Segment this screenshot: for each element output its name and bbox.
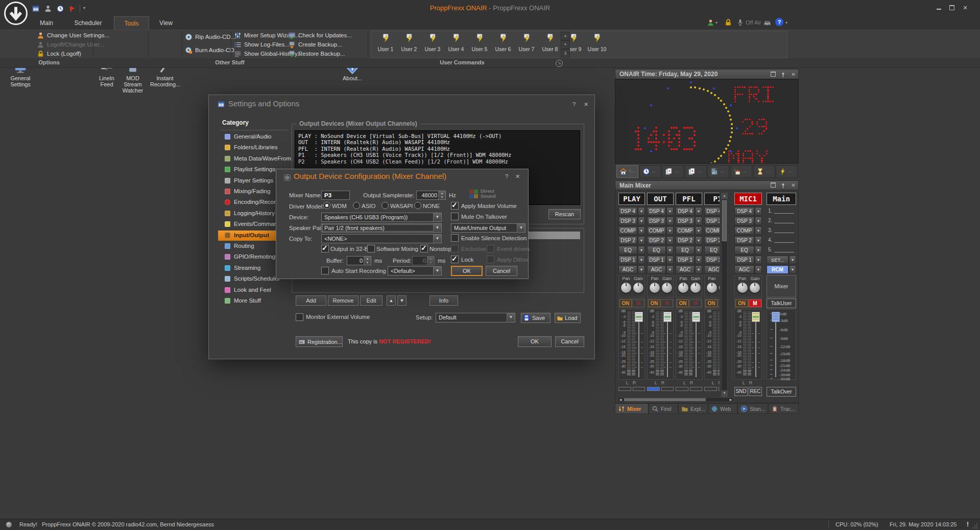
driver-radio-asio[interactable] xyxy=(353,202,360,209)
dsp-button-eq[interactable]: EQ▼ xyxy=(704,246,720,255)
mute-unmute-dropdown[interactable]: Mute/Unmute Output▼ xyxy=(451,223,525,233)
user-scroll-up[interactable]: ▴ xyxy=(561,32,570,40)
mixer-tab-web[interactable]: Web xyxy=(708,403,737,414)
clock-close-icon[interactable]: ✕ xyxy=(790,72,797,78)
cart-icon[interactable] xyxy=(763,18,772,27)
apply-dither-checkbox[interactable] xyxy=(487,256,494,263)
fader-handle[interactable] xyxy=(772,312,780,322)
dsp-button-dsp-1[interactable]: DSP 1▼ xyxy=(704,256,720,264)
dsp-button-comp[interactable]: COMP▼ xyxy=(618,226,645,235)
close-button[interactable]: ✕ xyxy=(961,4,969,11)
pan-knob[interactable] xyxy=(650,283,660,293)
category-item-look-and-feel[interactable]: Look and Feel xyxy=(218,285,291,295)
channel-header[interactable]: PLAY xyxy=(618,193,645,205)
mixer-close-icon[interactable]: ✕ xyxy=(790,182,797,189)
mixer-tab-stan[interactable]: Stan... xyxy=(737,403,768,414)
chevron-down-icon[interactable]: ▼ xyxy=(638,207,645,216)
mixer-tab-mixer[interactable]: Mixer xyxy=(615,403,649,414)
channel-mute-button[interactable]: M xyxy=(661,299,673,307)
info-button[interactable]: Info xyxy=(429,295,458,306)
pan-knob[interactable] xyxy=(737,283,748,293)
scroll-up-icon[interactable]: ▲ xyxy=(722,193,727,199)
dock-button-bolt[interactable]: ... xyxy=(776,165,798,178)
dsp-button-dsp-3[interactable]: DSP 3▼ xyxy=(704,217,720,225)
chevron-down-icon[interactable]: ▼ xyxy=(789,265,796,274)
snd-button[interactable]: SND xyxy=(734,387,748,396)
save-button[interactable]: Save xyxy=(521,313,551,323)
main-mixer-button[interactable]: Mixer xyxy=(767,275,796,297)
fader-handle[interactable] xyxy=(752,312,760,322)
mixer-name-input[interactable]: P3 xyxy=(321,191,350,200)
user-dropdown-icon[interactable]: ▾ xyxy=(715,20,718,25)
channel-mute-button[interactable]: M xyxy=(632,299,644,307)
dsp-button-comp[interactable]: COMP▼ xyxy=(734,226,762,235)
dsp-button-dsp-1[interactable]: DSP 1▼ xyxy=(676,256,702,264)
group-dialog-launcher-icon[interactable]: ↘ xyxy=(556,60,563,67)
ribbon-tab-view[interactable]: View xyxy=(150,16,182,30)
spinner-arrows-icon[interactable]: ▲▼ xyxy=(438,191,445,199)
event-driven-checkbox[interactable] xyxy=(487,245,494,252)
dsp-button-dsp-4[interactable]: DSP 4▼ xyxy=(618,207,645,216)
dsp-button-dsp-2[interactable]: DSP 2▼ xyxy=(618,236,645,245)
ribbon-tab-main[interactable]: Main xyxy=(31,16,62,30)
dsp-button-dsp-3[interactable]: DSP 3▼ xyxy=(618,217,645,225)
category-item-folders-libraries[interactable]: Folders/Libraries xyxy=(218,143,291,153)
chevron-down-icon[interactable]: ▼ xyxy=(666,236,674,245)
remove-button[interactable]: Remove xyxy=(328,295,358,306)
copy-to-dropdown[interactable]: <NONE>▼ xyxy=(321,234,442,243)
device-dropdown[interactable]: Speakers (CH5 USB3 (Program))▼ xyxy=(321,213,442,222)
scroll-left-icon[interactable]: ◀ xyxy=(618,398,623,402)
user-command-1[interactable]: User 1 xyxy=(374,33,397,57)
gain-knob[interactable] xyxy=(719,283,720,293)
nonstop-checkbox[interactable] xyxy=(420,245,428,252)
fader-handle[interactable] xyxy=(663,312,672,322)
dsp-button-eq[interactable]: EQ▼ xyxy=(647,246,674,255)
config-help-button[interactable]: ? xyxy=(505,173,508,179)
help-dropdown-icon[interactable]: ▾ xyxy=(785,20,787,25)
clock-pin-icon[interactable] xyxy=(780,72,786,78)
user-command-3[interactable]: User 3 xyxy=(421,33,444,57)
fader-handle[interactable] xyxy=(635,312,643,322)
minimize-button[interactable] xyxy=(935,4,943,11)
talk-user-button[interactable]: TalkUser xyxy=(767,298,796,308)
config-ok-button[interactable]: OK xyxy=(451,266,483,276)
dsp-button-dsp-1[interactable]: DSP 1▼ xyxy=(734,256,762,264)
mute-on-talkover-checkbox[interactable] xyxy=(451,213,459,220)
mixer-horizontal-scrollbar[interactable]: ◀▶ xyxy=(617,397,734,402)
chevron-down-icon[interactable]: ▼ xyxy=(789,256,796,264)
setup-dropdown[interactable]: Default▼ xyxy=(436,313,515,322)
chevron-down-icon[interactable]: ▼ xyxy=(755,217,762,225)
auto-start-recording-checkbox[interactable] xyxy=(321,267,329,274)
main-slot-5[interactable]: 5. xyxy=(767,246,796,255)
scroll-down-icon[interactable]: ▼ xyxy=(722,390,727,397)
chevron-down-icon[interactable]: ▼ xyxy=(695,236,702,245)
main-rcm-dropdown[interactable]: RCM▼ xyxy=(767,265,796,274)
channel-on-button[interactable]: ON xyxy=(705,299,718,307)
chevron-down-icon[interactable]: ▼ xyxy=(695,265,702,274)
edit-button[interactable]: Edit xyxy=(360,295,383,306)
chevron-down-icon[interactable]: ▼ xyxy=(755,207,762,216)
samplerate-spinner[interactable]: 48000 ▲▼ xyxy=(416,191,446,200)
user-command-10[interactable]: User 10 xyxy=(586,33,608,57)
rescan-button[interactable]: Rescan xyxy=(548,209,581,219)
chevron-down-icon[interactable]: ▼ xyxy=(695,256,702,264)
settings-close-button[interactable]: ✕ xyxy=(584,101,588,108)
fader-handle[interactable] xyxy=(692,312,700,322)
app-logo[interactable] xyxy=(4,2,28,25)
dsp-button-eq[interactable]: EQ▼ xyxy=(676,246,702,255)
dock-button-cards[interactable]: ... xyxy=(662,165,684,178)
maximize-button[interactable] xyxy=(948,4,956,11)
mixer-tab-find[interactable]: Find xyxy=(649,403,678,414)
category-item-meta-data-wavefrom[interactable]: Meta Data/WaveFrom xyxy=(218,154,291,164)
dsp-button-agc[interactable]: AGC▼ xyxy=(734,265,762,274)
dsp-button-agc[interactable]: AGC▼ xyxy=(618,265,645,274)
monitor-volume-checkbox[interactable] xyxy=(296,313,303,321)
channel-on-button[interactable]: ON xyxy=(677,299,689,307)
dsp-button-comp[interactable]: COMP▼ xyxy=(647,226,674,235)
dsp-button-eq[interactable]: EQ▼ xyxy=(618,246,645,255)
dsp-button-dsp-3[interactable]: DSP 3▼ xyxy=(676,217,702,225)
dsp-button-dsp-2[interactable]: DSP 2▼ xyxy=(647,236,674,245)
settings-help-button[interactable]: ? xyxy=(572,101,576,107)
user-scroll-down[interactable]: ▾ xyxy=(561,40,570,49)
chevron-down-icon[interactable]: ▼ xyxy=(638,226,645,235)
